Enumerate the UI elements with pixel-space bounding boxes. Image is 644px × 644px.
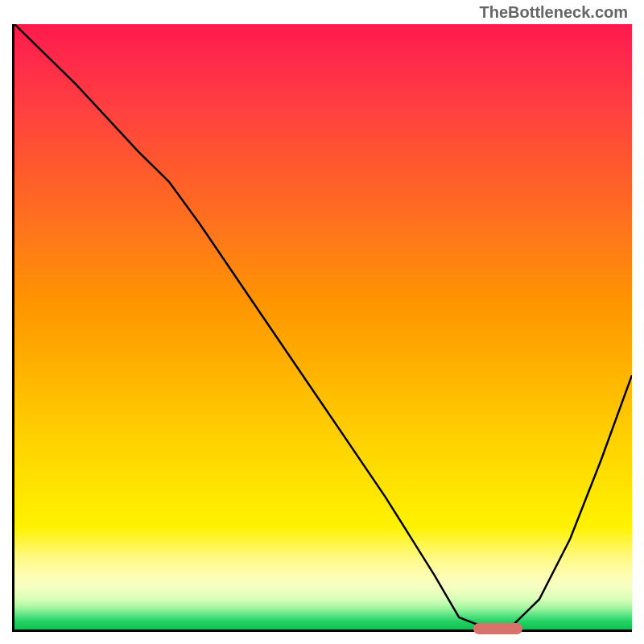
bottleneck-curve-line [14, 24, 632, 630]
optimal-marker [473, 623, 523, 634]
curve-svg [14, 24, 632, 630]
chart-plot-area [12, 24, 632, 632]
watermark-text: TheBottleneck.com [480, 3, 628, 22]
